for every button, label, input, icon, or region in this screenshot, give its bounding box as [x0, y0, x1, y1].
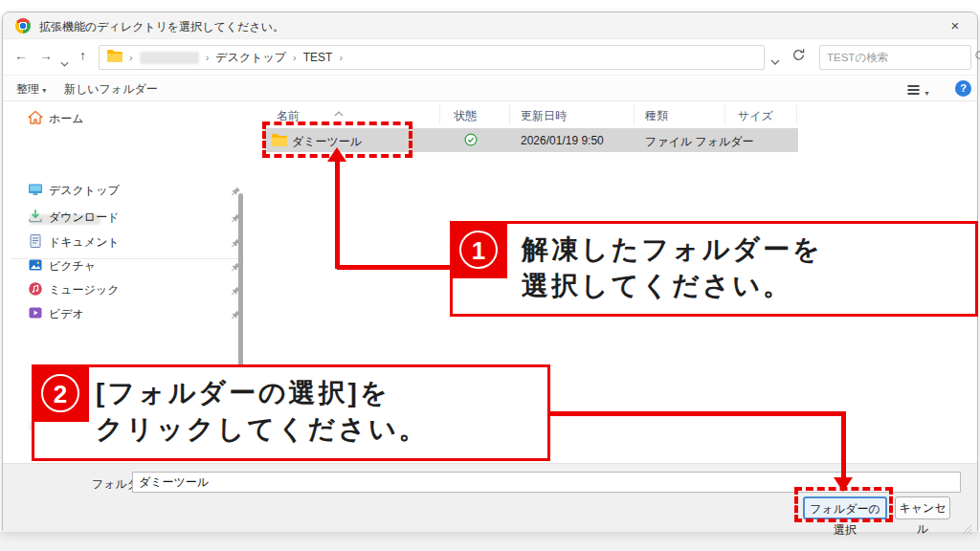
- column-divider: [796, 104, 797, 125]
- screenshot-stage: 拡張機能のディレクトリを選択してください。 × ← → ↑ › › デスクトップ…: [0, 0, 980, 551]
- pictures-icon: [28, 257, 43, 273]
- forward-button[interactable]: →: [39, 48, 53, 63]
- folder-icon: [107, 50, 122, 65]
- command-bar: 整理 ▾ 新しいフォルダー ▾ ?: [3, 76, 977, 101]
- home-icon: [28, 110, 43, 125]
- sidebar-scrollbar[interactable]: [238, 193, 243, 375]
- crumb-separator-icon: ›: [129, 52, 133, 63]
- desktop-icon: [28, 182, 43, 197]
- annotation-step-1: 1 解凍したフォルダーを 選択してください。: [450, 221, 978, 317]
- back-button[interactable]: ←: [14, 48, 28, 63]
- column-divider: [724, 104, 725, 125]
- column-divider: [509, 104, 510, 125]
- history-chevron-icon[interactable]: [60, 54, 69, 71]
- navigation-bar: ← → ↑ › › デスクトップ › TEST ›: [3, 39, 977, 76]
- step-1-number: 1: [459, 231, 498, 269]
- sidebar-item-videos[interactable]: ビデオ: [3, 301, 242, 324]
- caret-down-icon: ▾: [924, 89, 928, 98]
- search-input[interactable]: [827, 52, 974, 63]
- step-1-text: 解凍したフォルダーを 選択してください。: [522, 231, 823, 304]
- list-view-icon: [906, 84, 921, 96]
- close-icon[interactable]: ×: [943, 16, 968, 35]
- annotation-arrow-2: [841, 411, 846, 479]
- column-header-type[interactable]: 種類: [645, 108, 668, 124]
- crumb-separator-icon: ›: [206, 52, 210, 63]
- crumb-separator-icon: ›: [339, 52, 343, 63]
- window-title: 拡張機能のディレクトリを選択してください。: [39, 19, 284, 35]
- chrome-icon: [15, 18, 31, 33]
- column-divider: [439, 104, 440, 125]
- breadcrumb-item-desktop[interactable]: デスクトップ: [215, 50, 286, 66]
- highlight-dashed-box-select-button: [794, 487, 893, 522]
- crumb-separator-icon: ›: [293, 52, 297, 63]
- step-2-badge: 2: [32, 364, 89, 422]
- annotation-arrow-1-head: [327, 147, 346, 162]
- organize-button[interactable]: 整理 ▾: [16, 81, 46, 98]
- breadcrumb[interactable]: › › デスクトップ › TEST ›: [99, 45, 765, 70]
- step-1-badge: 1: [450, 221, 507, 278]
- sidebar-item-documents[interactable]: ドキュメント: [3, 230, 242, 253]
- title-bar: 拡張機能のディレクトリを選択してください。 ×: [3, 12, 977, 39]
- caret-down-icon: ▾: [42, 86, 46, 95]
- annotation-arrow-1: [335, 161, 340, 269]
- refresh-icon[interactable]: [791, 48, 806, 66]
- sidebar-item-downloads[interactable]: ダウンロード: [3, 205, 242, 228]
- sidebar-item-desktop[interactable]: デスクトップ: [3, 178, 242, 201]
- row-modified: 2026/01/19 9:50: [521, 134, 604, 147]
- sidebar-item-music[interactable]: ミュージック: [3, 277, 242, 300]
- view-options-button[interactable]: ▾: [906, 82, 928, 99]
- new-folder-button[interactable]: 新しいフォルダー: [64, 81, 158, 98]
- up-button[interactable]: ↑: [79, 48, 86, 63]
- sort-ascending-icon: [334, 103, 344, 121]
- annotation-step-2: 2 [フォルダーの選択]を クリックしてください。: [32, 364, 550, 461]
- search-box: [819, 45, 971, 70]
- annotation-arrow-1: [337, 265, 452, 270]
- row-type: ファイル フォルダー: [645, 134, 754, 150]
- annotation-arrow-2: [548, 411, 846, 416]
- music-icon: [28, 281, 43, 297]
- column-header-status[interactable]: 状態: [454, 108, 477, 124]
- sidebar-item-pictures[interactable]: ピクチャ: [3, 253, 242, 276]
- videos-icon: [28, 305, 43, 320]
- help-icon[interactable]: ?: [955, 80, 971, 97]
- step-2-text: [フォルダーの選択]を クリックしてください。: [96, 375, 429, 448]
- annotation-arrow-2-head: [834, 477, 853, 492]
- documents-icon: [28, 233, 43, 249]
- downloads-icon: [28, 209, 43, 224]
- resize-grip[interactable]: [962, 521, 972, 539]
- search-icon: [974, 49, 980, 66]
- breadcrumb-redacted-segment: [140, 52, 199, 64]
- check-circle-green-icon: [464, 133, 478, 150]
- breadcrumb-item-test[interactable]: TEST: [303, 51, 333, 64]
- address-dropdown-icon[interactable]: [770, 52, 780, 69]
- column-header-size[interactable]: サイズ: [738, 108, 773, 124]
- column-header-modified[interactable]: 更新日時: [521, 108, 567, 124]
- cancel-button[interactable]: キャンセル: [895, 496, 950, 519]
- column-divider: [634, 104, 635, 125]
- step-2-number: 2: [41, 374, 79, 412]
- sidebar-item-home[interactable]: ホーム: [3, 106, 242, 129]
